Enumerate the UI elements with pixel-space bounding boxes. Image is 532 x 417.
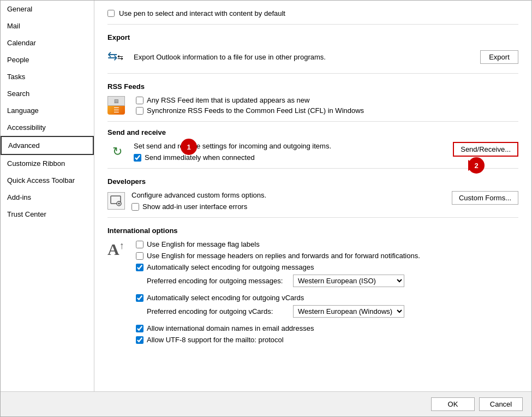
vcards-label: Preferred encoding for outgoing vCards: [147, 307, 289, 315]
cancel-button[interactable]: Cancel [479, 397, 523, 411]
send-receive-icon-box: ↻ [107, 142, 127, 162]
export-arrows-icon: ⇆ [107, 49, 127, 64]
developers-description: Configure advanced custom forms options. [131, 191, 445, 199]
sidebar-item-customize-ribbon[interactable]: Customize Ribbon [1, 155, 94, 172]
options-dialog: General Mail Calendar People Tasks Searc… [0, 0, 532, 417]
pen-option-row: Use pen to select and interact with cont… [107, 9, 518, 17]
rss-row: ▤ ☰ Any RSS Feed item that is updated ap… [107, 96, 518, 115]
vcards-select-row: Preferred encoding for outgoing vCards: … [147, 305, 518, 318]
sidebar-item-calendar[interactable]: Calendar [1, 34, 94, 51]
send-receive-button[interactable]: Send/Receive... [453, 142, 518, 157]
sidebar-item-advanced[interactable]: Advanced [1, 136, 94, 155]
sidebar-item-general[interactable]: General [1, 1, 94, 17]
divider-5 [107, 217, 518, 218]
export-description: Export Outlook information to a file for… [134, 53, 474, 61]
send-receive-title: Send and receive [107, 128, 518, 136]
encoding-label: Preferred encoding for outgoing messages… [147, 277, 289, 285]
international-font-icon: A↑ [107, 240, 127, 259]
send-receive-row: ↻ Set send and receive settings for inco… [107, 142, 518, 162]
pen-label: Use pen to select and interact with cont… [119, 9, 285, 17]
export-button[interactable]: Export [480, 50, 518, 64]
dialog-footer: OK Cancel [1, 391, 531, 416]
intl-option1-label[interactable]: Use English for message flag labels [136, 240, 518, 248]
rss-option1-label[interactable]: Any RSS Feed item that is updated appear… [136, 96, 518, 104]
intl-option5-checkbox[interactable] [136, 325, 144, 332]
intl-option2-label[interactable]: Use English for message headers on repli… [136, 252, 518, 260]
intl-option4-checkbox[interactable] [136, 294, 144, 302]
sidebar-item-trust-center[interactable]: Trust Center [1, 206, 94, 223]
intl-option6-checkbox[interactable] [136, 336, 144, 344]
rss-doc-icon: ▤ [114, 98, 119, 104]
developers-row: Configure advanced custom forms options.… [107, 191, 518, 211]
show-addin-text: Show add-in user interface errors [142, 202, 247, 211]
intl-option5-text: Allow international domain names in emai… [147, 324, 314, 332]
sidebar-item-add-ins[interactable]: Add-ins [1, 189, 94, 206]
show-addin-label[interactable]: Show add-in user interface errors [131, 202, 445, 211]
rss-options: Any RSS Feed item that is updated appear… [136, 96, 518, 115]
intl-option2-text: Use English for message headers on repli… [147, 252, 420, 260]
rss-option2-text: Synchronize RSS Feeds to the Common Feed… [147, 106, 364, 115]
sidebar-item-mail[interactable]: Mail [1, 17, 94, 34]
international-row: A↑ Use English for message flag labels U… [107, 240, 518, 344]
export-row: ⇆ Export Outlook information to a file f… [107, 47, 518, 67]
divider-3 [107, 121, 518, 122]
sidebar-item-tasks[interactable]: Tasks [1, 68, 94, 85]
sidebar-item-quick-access-toolbar[interactable]: Quick Access Toolbar [1, 172, 94, 189]
encoding-select-row: Preferred encoding for outgoing messages… [147, 275, 518, 287]
intl-option1-checkbox[interactable] [136, 241, 144, 248]
export-section-title: Export [107, 33, 518, 41]
international-options: Use English for message flag labels Use … [136, 240, 518, 344]
send-immediately-text: Send immediately when connected [145, 153, 255, 162]
international-section-title: International options [107, 227, 518, 235]
send-receive-description: Set send and receive settings for incomi… [134, 142, 446, 150]
intl-option1-text: Use English for message flag labels [147, 240, 260, 248]
divider-2 [107, 73, 518, 74]
rss-option2-label[interactable]: Synchronize RSS Feeds to the Common Feed… [136, 106, 518, 115]
divider-1 [107, 24, 518, 25]
send-immediately-label[interactable]: Send immediately when connected [134, 153, 446, 162]
send-receive-arrows-icon: ↻ [112, 145, 122, 159]
main-content-area: 1 2 Use pen to select and interact with … [94, 1, 531, 391]
send-receive-content: Set send and receive settings for incomi… [134, 142, 446, 162]
rss-option2-checkbox[interactable] [136, 107, 144, 115]
dialog-body: General Mail Calendar People Tasks Searc… [1, 1, 531, 391]
rss-option1-text: Any RSS Feed item that is updated appear… [147, 96, 309, 104]
vcards-select[interactable]: Western European (Windows) UTF-8 Unicode… [293, 305, 404, 318]
intl-option4-label[interactable]: Automatically select encoding for outgoi… [136, 294, 518, 302]
intl-option3-label[interactable]: Automatically select encoding for outgoi… [136, 263, 518, 271]
intl-option5-label[interactable]: Allow international domain names in emai… [136, 324, 518, 332]
send-receive-section: Send and receive ↻ Set send and receive … [107, 128, 518, 162]
annotation-2: 2 [468, 160, 477, 171]
intl-option2-checkbox[interactable] [136, 252, 144, 260]
developers-section-title: Developers [107, 177, 518, 186]
send-immediately-checkbox[interactable] [134, 154, 141, 162]
sidebar-item-search[interactable]: Search [1, 85, 94, 102]
rss-section-title: RSS Feeds [107, 82, 518, 91]
divider-4 [107, 168, 518, 169]
intl-option6-text: Allow UTF-8 support for the mailto: prot… [147, 336, 284, 344]
sidebar-item-people[interactable]: People [1, 51, 94, 68]
developers-content: Configure advanced custom forms options.… [131, 191, 445, 211]
encoding-select[interactable]: Western European (ISO) UTF-8 Unicode (UT… [293, 275, 404, 287]
sidebar: General Mail Calendar People Tasks Searc… [1, 1, 94, 391]
developers-icon [107, 192, 125, 210]
export-icon-box: ⇆ [107, 47, 127, 67]
intl-option6-label[interactable]: Allow UTF-8 support for the mailto: prot… [136, 336, 518, 344]
custom-forms-button[interactable]: Custom Forms... [452, 191, 518, 205]
intl-option4-text: Automatically select encoding for outgoi… [147, 294, 304, 302]
intl-option3-text: Automatically select encoding for outgoi… [147, 263, 314, 271]
sidebar-item-language[interactable]: Language [1, 102, 94, 119]
intl-option3-checkbox[interactable] [136, 264, 144, 271]
show-addin-checkbox[interactable] [131, 203, 139, 211]
bottom-spacer [107, 348, 518, 359]
pen-checkbox[interactable] [107, 10, 115, 17]
ok-button[interactable]: OK [431, 397, 475, 411]
rss-icon: ☰ [107, 106, 125, 115]
sidebar-item-accessibility[interactable]: Accessibility [1, 119, 94, 136]
rss-option1-checkbox[interactable] [136, 97, 144, 104]
arrow-right-icon [468, 160, 477, 171]
